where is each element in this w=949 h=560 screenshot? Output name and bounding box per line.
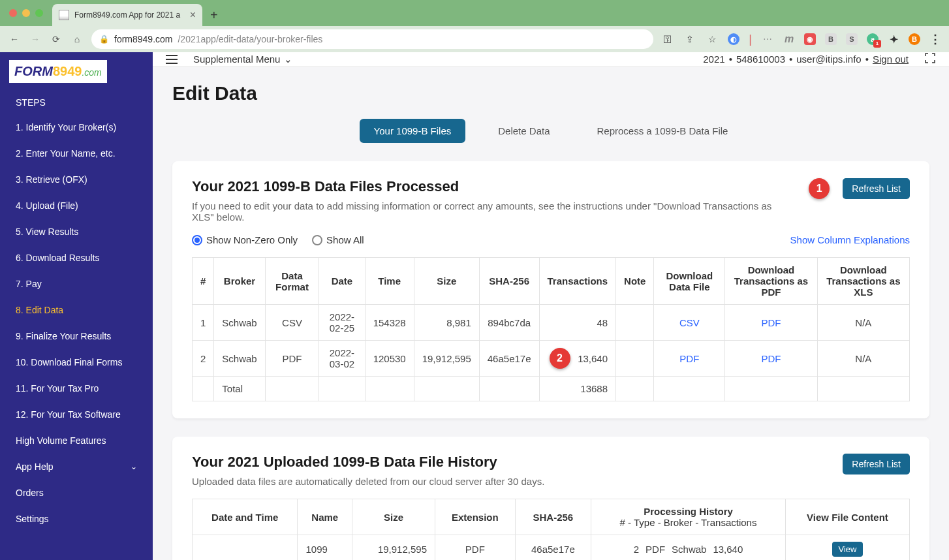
extension-icon[interactable]: ◐ bbox=[728, 33, 739, 45]
topbar: Supplemental Menu ⌄ 2021 • 548610003 • u… bbox=[153, 52, 949, 67]
column-explanations-link[interactable]: Show Column Explanations bbox=[790, 234, 910, 245]
tab-strip: Form8949.com App for 2021 a × + bbox=[52, 4, 218, 26]
url-host: form8949.com bbox=[114, 34, 172, 44]
view-button[interactable]: View bbox=[832, 542, 863, 557]
back-icon[interactable]: ← bbox=[8, 33, 21, 46]
sidebar-heading: STEPS bbox=[0, 91, 153, 114]
sidebar-item[interactable]: High Volume Features bbox=[0, 428, 153, 454]
sidebar-item[interactable]: 10. Download Final Forms bbox=[0, 349, 153, 375]
page-title: Edit Data bbox=[172, 82, 929, 104]
logo-form: FORM bbox=[14, 64, 53, 78]
logo[interactable]: FORM8949.com bbox=[0, 52, 153, 91]
sidebar-item-label: Settings bbox=[16, 514, 49, 524]
sidebar-item[interactable]: 5. View Results bbox=[0, 219, 153, 245]
history-refresh-button[interactable]: Refresh List bbox=[843, 454, 910, 474]
close-window-icon[interactable] bbox=[9, 9, 17, 17]
table-row: 1SchwabCSV2022-02-251543288,981894bc7da4… bbox=[193, 305, 910, 341]
sidebar-item[interactable]: 9. Finalize Your Results bbox=[0, 323, 153, 349]
extension-record-icon[interactable]: ◉ bbox=[804, 33, 816, 45]
filter-all[interactable]: Show All bbox=[312, 234, 364, 245]
download-link[interactable]: PDF bbox=[761, 353, 781, 364]
sidebar-item[interactable]: Settings bbox=[0, 506, 153, 532]
history-card: Your 2021 Uploaded 1099-B Data File Hist… bbox=[172, 437, 929, 560]
tab-your-files[interactable]: Your 1099-B Files bbox=[360, 119, 466, 143]
table-row: 2SchwabPDF2022-03-0212053019,912,59546a5… bbox=[193, 341, 910, 377]
browser-menu-icon[interactable]: ⋮ bbox=[929, 33, 941, 45]
download-link[interactable]: PDF bbox=[679, 353, 699, 364]
extension-m-icon[interactable]: m bbox=[783, 33, 795, 45]
download-link[interactable]: PDF bbox=[761, 317, 781, 328]
sidebar-item[interactable]: 6. Download Results bbox=[0, 245, 153, 271]
processed-title: Your 2021 1099-B Data Files Processed bbox=[192, 178, 796, 195]
account-id: 548610003 bbox=[736, 54, 785, 65]
profile-avatar-icon[interactable]: B bbox=[909, 33, 920, 45]
sidebar-item[interactable]: 8. Edit Data bbox=[0, 297, 153, 323]
chevron-down-icon: ⌄ bbox=[131, 462, 137, 471]
sidebar-item[interactable]: 4. Upload (File) bbox=[0, 193, 153, 219]
fullscreen-icon[interactable] bbox=[924, 52, 936, 66]
th-dl-pdf: Download Transactions as PDF bbox=[725, 258, 817, 305]
sidebar-item-label: 4. Upload (File) bbox=[16, 200, 78, 211]
toolbar-right: ⚿ ⇪ ☆ ◐ | ⋯ m ◉ B S a1 ✦ B ⋮ bbox=[661, 33, 941, 46]
sidebar-item[interactable]: 3. Retrieve (OFX) bbox=[0, 166, 153, 193]
sidebar-item[interactable]: 11. For Your Tax Pro bbox=[0, 375, 153, 401]
refresh-list-button[interactable]: Refresh List bbox=[843, 178, 910, 199]
minimize-window-icon[interactable] bbox=[22, 9, 30, 17]
reload-icon[interactable]: ⟳ bbox=[50, 33, 63, 46]
tab-reprocess[interactable]: Reprocess a 1099-B Data File bbox=[582, 119, 742, 143]
hth-datetime: Date and Time bbox=[193, 499, 298, 535]
tab-title: Form8949.com App for 2021 a bbox=[74, 10, 185, 20]
hamburger-icon[interactable] bbox=[166, 55, 178, 64]
close-tab-icon[interactable]: × bbox=[190, 9, 196, 21]
th-num: # bbox=[193, 258, 214, 305]
tab-delete-data[interactable]: Delete Data bbox=[484, 119, 564, 143]
lock-icon: 🔒 bbox=[99, 35, 109, 44]
processed-table: # Broker Data Format Date Time Size SHA-… bbox=[192, 257, 910, 401]
signout-link[interactable]: Sign out bbox=[873, 54, 909, 65]
th-size: Size bbox=[414, 258, 479, 305]
table-row: 109919,912,595PDF46a5e17e2PDFSchwab13,64… bbox=[193, 535, 910, 561]
sidebar-item-label: 2. Enter Your Name, etc. bbox=[16, 148, 116, 159]
new-tab-icon[interactable]: + bbox=[210, 8, 218, 23]
window-controls bbox=[9, 9, 43, 17]
sidebar-item[interactable]: 2. Enter Your Name, etc. bbox=[0, 140, 153, 166]
th-note: Note bbox=[616, 258, 654, 305]
forward-icon[interactable]: → bbox=[29, 33, 42, 46]
sidebar-item-label: High Volume Features bbox=[16, 435, 106, 446]
extension-dots-icon[interactable]: ⋯ bbox=[761, 33, 774, 46]
history-subtitle: Uploaded data files are automatically de… bbox=[192, 476, 830, 487]
share-icon[interactable]: ⇪ bbox=[683, 33, 696, 46]
sidebar-item[interactable]: 1. Identify Your Broker(s) bbox=[0, 114, 153, 140]
topbar-account: 2021 • 548610003 • user@itips.info • Sig… bbox=[703, 52, 936, 66]
filter-nonzero[interactable]: Show Non-Zero Only bbox=[192, 234, 298, 245]
extensions-icon[interactable]: ✦ bbox=[888, 33, 899, 45]
sidebar-item[interactable]: 12. For Your Tax Software bbox=[0, 401, 153, 428]
home-icon[interactable]: ⌂ bbox=[70, 33, 84, 46]
sidebar-item-label: 10. Download Final Forms bbox=[16, 357, 122, 367]
radio-unselected-icon bbox=[312, 235, 322, 245]
maximize-window-icon[interactable] bbox=[35, 9, 43, 17]
filter-row: Show Non-Zero Only Show All Show Column … bbox=[192, 234, 910, 245]
sidebar-item[interactable]: Orders bbox=[0, 480, 153, 506]
app: FORM8949.com STEPS 1. Identify Your Brok… bbox=[0, 52, 949, 560]
hth-size: Size bbox=[352, 499, 435, 535]
account-email: user@itips.info bbox=[796, 54, 861, 65]
key-icon[interactable]: ⚿ bbox=[661, 33, 674, 46]
star-icon[interactable]: ☆ bbox=[706, 33, 719, 46]
filter-nonzero-label: Show Non-Zero Only bbox=[206, 234, 298, 245]
hth-ph: Processing History # - Type - Broker - T… bbox=[591, 499, 786, 535]
account-year: 2021 bbox=[703, 54, 724, 65]
th-time: Time bbox=[365, 258, 414, 305]
supplemental-menu[interactable]: Supplemental Menu ⌄ bbox=[193, 54, 292, 65]
extension-b-icon[interactable]: B bbox=[825, 33, 837, 45]
sidebar-item-label: 8. Edit Data bbox=[16, 305, 63, 315]
address-bar[interactable]: 🔒 form8949.com/2021app/edit-data/your-br… bbox=[91, 29, 653, 49]
extension-a-icon[interactable]: a1 bbox=[867, 33, 879, 45]
sidebar-item[interactable]: App Help⌄ bbox=[0, 454, 153, 480]
logo-dot: .com bbox=[82, 67, 101, 78]
download-link[interactable]: CSV bbox=[679, 317, 700, 328]
extension-s-icon[interactable]: S bbox=[846, 33, 858, 45]
sidebar-item[interactable]: 7. Pay bbox=[0, 271, 153, 297]
browser-tab[interactable]: Form8949.com App for 2021 a × bbox=[52, 4, 202, 26]
th-txn: Transactions bbox=[539, 258, 616, 305]
